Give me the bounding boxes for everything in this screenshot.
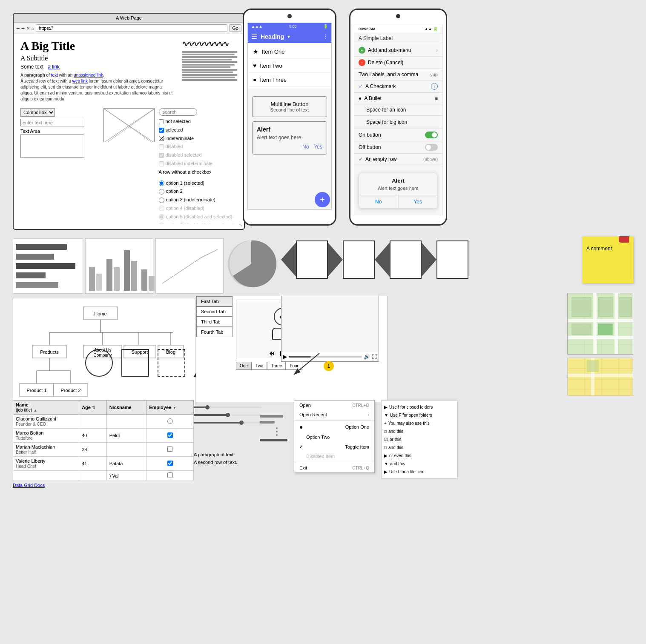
- checkbox-disabled-indeterminate[interactable]: [159, 161, 164, 166]
- seg-tab-four[interactable]: Four: [286, 362, 302, 370]
- rewind-icon[interactable]: ⏮: [268, 349, 275, 357]
- home-icon[interactable]: ⌂: [32, 26, 34, 31]
- ios-menu-item[interactable]: − Delete (Cancel): [354, 57, 442, 69]
- ios-menu-item-empty[interactable]: ✓ An empty row (above): [354, 154, 442, 165]
- toggle-on[interactable]: [425, 132, 438, 138]
- ios-alert-no[interactable]: No: [359, 195, 399, 208]
- dropdown-icon[interactable]: ▾: [287, 34, 290, 40]
- seg-tab-one[interactable]: One: [236, 362, 252, 370]
- employee-check2[interactable]: [167, 461, 173, 466]
- list-item[interactable]: ● Item Three: [248, 73, 331, 87]
- volume-icon[interactable]: 🔊: [364, 354, 370, 360]
- ios-menu-item-icon-space[interactable]: Space for an icon: [354, 104, 442, 116]
- url-bar[interactable]: [36, 24, 227, 32]
- slider-thumb[interactable]: [226, 413, 230, 417]
- checkbox-selected[interactable]: [159, 128, 164, 133]
- close-icon[interactable]: ✕: [26, 26, 30, 31]
- radio-option2[interactable]: [159, 189, 164, 195]
- reorder-icon[interactable]: ≡: [435, 95, 438, 101]
- legend-item: □ and this: [384, 427, 455, 435]
- radio-option4[interactable]: [159, 206, 164, 211]
- employee-radio[interactable]: [167, 418, 173, 424]
- radio-option6[interactable]: [159, 223, 164, 224]
- tab-first[interactable]: First Tab: [196, 296, 233, 306]
- combobox[interactable]: ComboBox: [20, 108, 55, 117]
- col-age[interactable]: Age ⇅: [79, 401, 107, 415]
- ios-menu-item-toggle-off[interactable]: Off button: [354, 141, 442, 154]
- seg-tab-three[interactable]: Three: [267, 362, 286, 370]
- ctx-exit[interactable]: Exit CTRL+Q: [294, 463, 374, 472]
- slider-track[interactable]: [194, 422, 262, 424]
- svg-rect-37: [568, 336, 633, 339]
- cell-employee: [146, 457, 194, 471]
- ctx-option-two[interactable]: Option Two: [294, 432, 374, 442]
- checkbox-not-selected[interactable]: [159, 119, 164, 124]
- ios-menu-item-big-icon-space[interactable]: Space for big icon: [354, 116, 442, 129]
- hamburger-icon[interactable]: ☰: [251, 32, 257, 40]
- checkbox-indeterminate[interactable]: [159, 136, 164, 141]
- sticky-note-text: A comment: [586, 246, 629, 252]
- ctx-open[interactable]: Open CTRL+O: [294, 401, 374, 410]
- seg-tab-two[interactable]: Two: [252, 362, 267, 370]
- ctx-toggle[interactable]: ✓ Toggle Item: [294, 442, 374, 452]
- go-button[interactable]: Go: [229, 24, 241, 32]
- ios-menu-item[interactable]: ● A Bullet ≡: [354, 93, 442, 104]
- android-alert-no[interactable]: No: [302, 144, 309, 150]
- android-multiline-button[interactable]: Multiline Button Second line of text: [252, 96, 327, 117]
- back-icon[interactable]: ⬅: [16, 26, 20, 31]
- android-alert-yes[interactable]: Yes: [314, 144, 322, 150]
- slider-track[interactable]: [194, 406, 262, 408]
- ios-menu-item[interactable]: ✓ A Checkmark i: [354, 80, 442, 93]
- resize-handle[interactable]: ⤡: [239, 223, 242, 224]
- ios-menu-item-toggle-on[interactable]: On button: [354, 129, 442, 141]
- slider-thumb[interactable]: [205, 405, 210, 409]
- radio-option5[interactable]: [159, 214, 164, 220]
- ctx-submenu-icon: ›: [368, 412, 369, 417]
- ios-camera: [396, 14, 400, 18]
- ctx-option-one[interactable]: ● Option One: [294, 421, 374, 432]
- checkbox-row: indeterminate: [159, 135, 238, 143]
- data-grid-docs-link[interactable]: Data Grid Docs: [13, 483, 194, 488]
- tab-second[interactable]: Second Tab: [196, 306, 233, 317]
- ios-menu-item[interactable]: Two Labels, and a comma yup: [354, 69, 442, 80]
- browser-mockup: A Web Page ⬅ ➡ ✕ ⌂ Go A Big Title A Subt…: [13, 13, 245, 230]
- link[interactable]: a link: [48, 64, 60, 70]
- ctx-label: Toggle Item: [345, 444, 369, 449]
- tab-fourth[interactable]: Fourth Tab: [196, 327, 233, 337]
- col-name[interactable]: Name(job title) ▲: [13, 401, 79, 415]
- stacked-bar-filled: [260, 439, 287, 441]
- slider-thumb[interactable]: [239, 421, 244, 425]
- progress-fill: [289, 356, 311, 358]
- toggle-off[interactable]: [425, 144, 438, 151]
- forward-icon[interactable]: ➡: [21, 26, 25, 31]
- slider-track[interactable]: [194, 414, 262, 416]
- v-bar-group: [106, 259, 120, 291]
- employee-check-sq[interactable]: [167, 447, 172, 452]
- svg-rect-53: [587, 360, 599, 372]
- ios-alert-yes[interactable]: Yes: [399, 195, 438, 208]
- ios-right-text: yup: [430, 72, 438, 77]
- ios-menu-item[interactable]: + Add and sub-menu ›: [354, 44, 442, 57]
- progress-bar[interactable]: [289, 356, 362, 358]
- text-area[interactable]: [20, 135, 84, 158]
- play-icon2[interactable]: ▶: [283, 354, 287, 360]
- phone-camera: [287, 14, 292, 18]
- checkbox-disabled[interactable]: [159, 144, 164, 149]
- checkbox-disabled-selected[interactable]: [159, 153, 164, 158]
- radio-option1[interactable]: [159, 180, 164, 186]
- overflow-menu-icon[interactable]: ⋮: [323, 34, 328, 40]
- search-input[interactable]: [159, 108, 197, 116]
- employee-check[interactable]: [167, 432, 173, 438]
- slider-row: [194, 414, 262, 416]
- list-item[interactable]: ★ Item One: [248, 45, 331, 59]
- android-fab[interactable]: +: [315, 192, 330, 207]
- list-item[interactable]: ♥ Item Two: [248, 59, 331, 73]
- col-employee[interactable]: Employee ▼: [146, 401, 194, 415]
- radio-option3[interactable]: [159, 197, 164, 203]
- info-icon[interactable]: i: [431, 83, 438, 90]
- employee-check3[interactable]: [167, 472, 173, 478]
- fullscreen-icon[interactable]: ⛶: [372, 354, 377, 360]
- ctx-open-recent[interactable]: Open Recent ›: [294, 410, 374, 419]
- text-input[interactable]: [20, 119, 84, 126]
- map-section[interactable]: [567, 293, 633, 355]
